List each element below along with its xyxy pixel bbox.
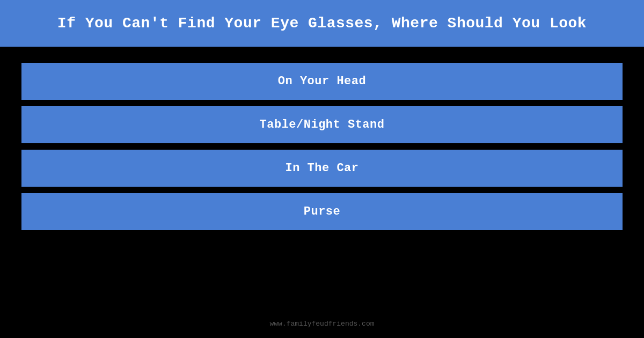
footer-section: www.familyfeudfriends.com (0, 319, 644, 328)
page-title: If You Can't Find Your Eye Glasses, Wher… (57, 15, 587, 32)
footer-url: www.familyfeudfriends.com (269, 320, 374, 328)
answer-button-2[interactable]: Table/Night Stand (21, 106, 623, 143)
header-section: If You Can't Find Your Eye Glasses, Wher… (0, 0, 644, 47)
answer-button-1[interactable]: On Your Head (21, 63, 623, 100)
answer-button-4[interactable]: Purse (21, 193, 623, 230)
answer-button-3[interactable]: In The Car (21, 150, 623, 187)
answers-container: On Your HeadTable/Night StandIn The CarP… (0, 47, 644, 241)
